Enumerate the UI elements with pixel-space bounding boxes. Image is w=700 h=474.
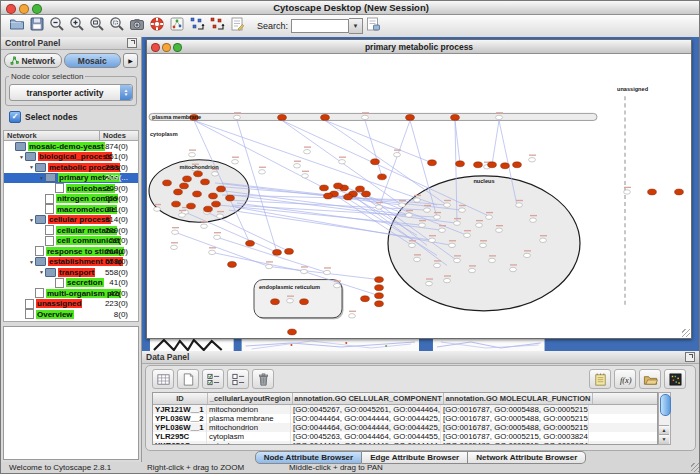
table-row[interactable]: YPL036W__1mitochondrion[GO:0044464, GO:0… [153,423,657,432]
network-node-small[interactable] [349,314,356,318]
network-node-small[interactable] [406,213,413,217]
network-node-small[interactable] [516,203,523,207]
network-node[interactable] [194,171,203,177]
network-node-small[interactable] [172,230,179,234]
table-scrollbar[interactable]: ▲ ▼ [658,392,671,445]
network-node[interactable] [356,186,365,192]
table-row[interactable]: YKR052Ccytoplasm[GO:0044464, GO:0044446,… [153,441,657,445]
network-node[interactable] [428,160,437,166]
network-node[interactable] [273,249,282,255]
tree-row[interactable]: unassigned223(0) [4,299,138,310]
network-node-small[interactable] [489,258,496,262]
zoom-fit-icon[interactable] [88,16,106,33]
network-node-small[interactable] [324,270,331,274]
network-node[interactable] [334,183,343,189]
help-lifebuoy-icon[interactable] [148,16,166,33]
network-node-small[interactable] [624,190,631,194]
node-color-dropdown[interactable]: transporter activity ▲▼ [9,84,133,101]
network-node-small[interactable] [496,115,503,119]
table-row[interactable]: YLR295Ccytoplasm[GO:0045263, GO:0044464,… [153,432,657,441]
network-node[interactable] [228,262,237,268]
network-node-small[interactable] [287,299,294,303]
tree-row[interactable]: cell communicat22(0) [4,236,138,247]
tree-expander-icon[interactable]: ▼ [38,269,45,275]
network-node-small[interactable] [424,208,431,212]
network-node-small[interactable] [444,278,451,282]
network-node-small[interactable] [449,243,456,247]
network-node-small[interactable] [426,281,433,285]
zoom-in-icon[interactable] [68,16,86,33]
import-attributes-icon[interactable] [639,369,661,389]
network-node[interactable] [488,162,497,168]
network-node-small[interactable] [454,221,461,225]
network-node-small[interactable] [496,228,503,232]
table-row[interactable]: YPL036W__2plasma membrane[GO:0044464, GO… [153,414,657,423]
network-node-small[interactable] [529,158,536,162]
network-node[interactable] [451,115,460,121]
app-resize-grip[interactable] [691,463,700,472]
network-canvas[interactable]: plasma membrane cytoplasm mitochondrion … [147,54,691,338]
network-node[interactable] [361,296,370,302]
network-node-small[interactable] [294,164,301,168]
network-window-titlebar[interactable]: primary metabolic process [147,40,691,54]
network-node-small[interactable] [304,149,311,153]
network-node-small[interactable] [530,218,537,222]
network-node-small[interactable] [362,115,369,119]
network-node-small[interactable] [419,223,426,227]
network-node-small[interactable] [339,160,346,164]
table-row[interactable]: YJR121W__1mitochondrion[GO:0045267, GO:0… [153,405,657,414]
delete-attribute-icon[interactable] [252,369,274,389]
network-node[interactable] [675,189,684,195]
network-node[interactable] [378,174,387,180]
annotation-pad-icon[interactable] [228,16,246,33]
network-node-small[interactable] [464,233,471,237]
network-node-small[interactable] [524,253,531,257]
table-column-header[interactable]: annotation.GO MOLECULAR_FUNCTION [444,393,593,404]
tree-row[interactable]: ▼transport558(0) [4,267,138,278]
network-node-small[interactable] [444,203,451,207]
network-node[interactable] [375,285,384,291]
network-node-small[interactable] [301,269,308,273]
network-node-small[interactable] [302,174,309,178]
network-node-small[interactable] [510,267,517,271]
network-node[interactable] [474,162,483,168]
tree-row[interactable]: cellular metabo209(0) [4,225,138,236]
layout-nodes-red-icon[interactable] [208,16,226,33]
network-edge[interactable] [212,252,304,271]
tree-row[interactable]: ▼establishment of lo558(0) [4,257,138,268]
network-node[interactable] [271,299,280,305]
network-node-small[interactable] [209,250,216,254]
network-node-small[interactable] [217,214,224,218]
network-node[interactable] [300,299,309,305]
tree-expander-icon[interactable]: ▼ [28,164,35,170]
float-panel-icon[interactable] [127,38,137,48]
tree-row[interactable]: Overview8(0) [4,309,138,320]
network-node[interactable] [246,240,255,246]
tree-row[interactable]: ▼metabolic process280(0) [4,162,138,173]
attribute-matrix-icon[interactable] [664,369,686,389]
network-edge[interactable] [492,120,499,164]
network-node-small[interactable] [459,208,466,212]
network-node-small[interactable] [399,203,406,207]
tree-row[interactable]: mosaic-demo-yeast874(0) [4,141,138,152]
window-resize-grip[interactable] [682,329,690,337]
network-node-small[interactable] [154,207,161,211]
tree-row[interactable]: ▼cellular process614(0) [4,215,138,226]
network-node-small[interactable] [212,172,219,176]
network-node[interactable] [321,115,330,121]
network-node[interactable] [501,163,510,169]
network-node-small[interactable] [480,243,487,247]
tab-mosaic[interactable]: Mosaic [64,53,122,68]
network-node-small[interactable] [434,263,441,267]
search-input[interactable] [291,19,349,33]
network-node[interactable] [226,195,235,201]
network-node[interactable] [513,162,522,168]
tree-row[interactable]: secretion41(0) [4,278,138,289]
tree-row[interactable]: ▼primary metabo209(... [4,173,138,184]
network-node[interactable] [180,183,189,189]
network-node[interactable] [288,329,297,335]
open-file-icon[interactable] [8,16,26,33]
network-node[interactable] [174,189,183,195]
network-node[interactable] [375,301,384,307]
network-node[interactable] [187,203,196,209]
